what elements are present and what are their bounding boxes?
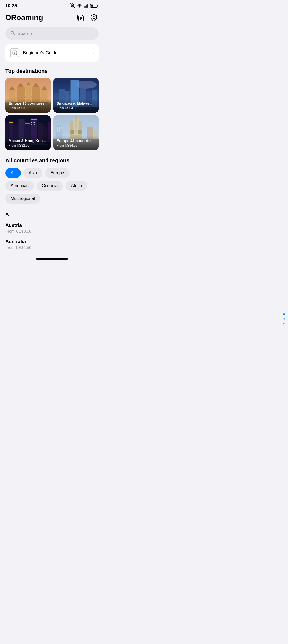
top-destinations-section: Top destinations [0, 68, 104, 158]
svg-text:39: 39 [91, 5, 93, 7]
dest-card-overlay-macao: Macao & Hong Kon... From US$2,90 [5, 136, 51, 150]
dest-card-price-singapore: From US$4,50 [57, 106, 95, 110]
svg-rect-7 [87, 4, 88, 8]
svg-rect-13 [79, 16, 83, 21]
all-countries-title: All countries and regions [5, 158, 99, 164]
calendar-icon [77, 14, 84, 21]
svg-rect-91 [61, 127, 62, 129]
settings-icon-button[interactable] [89, 13, 99, 22]
dest-card-overlay-europe-41: Europe 41 countries From US$4,50 [53, 136, 99, 150]
svg-rect-92 [57, 129, 58, 132]
search-placeholder: Search [18, 31, 32, 36]
svg-rect-93 [59, 129, 60, 132]
svg-point-17 [93, 17, 95, 19]
status-time: 10:25 [5, 3, 17, 9]
settings-icon [90, 14, 98, 21]
search-container: Search [0, 26, 104, 44]
destination-card-macao[interactable]: Macao & Hong Kon... From US$2,90 [5, 115, 51, 150]
destination-card-europe-36[interactable]: Europe 36 countries From US$3,00 [5, 78, 51, 113]
search-bar[interactable]: Search [5, 27, 99, 40]
svg-rect-69 [31, 122, 32, 123]
country-name-austria: Austria [5, 223, 99, 228]
filter-pill-africa[interactable]: Africa [66, 181, 87, 191]
calendar-icon-button[interactable] [76, 13, 85, 22]
svg-rect-84 [78, 130, 82, 134]
dest-card-price-europe-41: From US$4,50 [57, 144, 95, 147]
svg-rect-73 [34, 124, 35, 125]
guide-left: Beginner's Guide [10, 48, 58, 57]
dest-card-overlay-europe-36: Europe 36 countries From US$3,00 [5, 99, 51, 113]
header-action-icons [76, 13, 99, 22]
battery-icon: 39 [90, 4, 99, 8]
svg-rect-66 [19, 125, 20, 125]
svg-rect-64 [25, 123, 30, 124]
filter-pill-europe[interactable]: Europe [45, 168, 70, 178]
svg-rect-71 [34, 122, 35, 123]
home-indicator [36, 258, 68, 260]
dest-card-title-europe-36: Europe 36 countries [9, 101, 47, 106]
destinations-grid: Europe 36 countries From US$3,00 [0, 78, 104, 158]
status-icons: 39 [70, 3, 99, 8]
country-item-austria[interactable]: Austria From US$3,50 [0, 220, 104, 236]
guide-chevron-icon: › [92, 50, 94, 56]
svg-line-19 [13, 34, 14, 35]
svg-rect-6 [86, 5, 87, 8]
top-destinations-title: Top destinations [0, 68, 104, 78]
dest-card-price-europe-36: From US$3,00 [9, 106, 47, 110]
svg-rect-4 [84, 6, 85, 8]
dest-card-title-macao: Macao & Hong Kon... [9, 139, 47, 143]
svg-rect-68 [22, 125, 23, 125]
section-letter-a: A [0, 207, 104, 220]
app-title: ORoaming [5, 13, 43, 22]
dest-card-price-macao: From US$2,90 [9, 144, 47, 147]
svg-rect-63 [31, 119, 37, 120]
svg-rect-67 [21, 125, 22, 125]
svg-rect-70 [33, 122, 34, 123]
beginners-guide-card[interactable]: Beginner's Guide › [5, 44, 99, 62]
dest-card-overlay-singapore: Singapore, Malaysi... From US$4,50 [53, 99, 99, 113]
svg-rect-72 [31, 124, 32, 125]
svg-rect-82 [76, 115, 77, 121]
header: ORoaming [0, 10, 104, 26]
svg-rect-9 [98, 5, 98, 6]
country-price-austria: From US$3,50 [5, 229, 99, 233]
country-item-australia[interactable]: Australia From US$1,50 [0, 236, 104, 252]
guide-info-icon [10, 48, 19, 57]
svg-rect-83 [71, 130, 74, 134]
svg-rect-90 [59, 127, 60, 129]
svg-rect-89 [57, 127, 58, 129]
destination-card-europe-41[interactable]: Europe 41 countries From US$4,50 [53, 115, 99, 150]
search-icon [10, 30, 15, 37]
svg-rect-65 [9, 122, 13, 123]
dest-card-title-singapore: Singapore, Malaysi... [57, 101, 95, 106]
wifi-icon [77, 3, 82, 8]
svg-rect-5 [85, 6, 86, 8]
signal-icon [84, 4, 89, 8]
svg-rect-62 [19, 121, 24, 121]
filter-pill-multiregional[interactable]: Multiregional [5, 194, 40, 204]
filter-pill-americas[interactable]: Americas [5, 181, 34, 191]
guide-label: Beginner's Guide [23, 50, 58, 56]
country-name-australia: Australia [5, 239, 99, 245]
mute-icon [70, 3, 75, 8]
filter-pill-all[interactable]: All [5, 168, 21, 178]
all-countries-section: All countries and regions All Asia Europ… [0, 158, 104, 204]
destination-card-singapore[interactable]: Singapore, Malaysi... From US$4,50 [53, 78, 99, 113]
filter-pills: All Asia Europe Americas Oceania Africa … [5, 168, 99, 204]
dest-card-title-europe-41: Europe 41 countries [57, 139, 95, 143]
bottom-area [0, 252, 104, 263]
filter-pill-asia[interactable]: Asia [23, 168, 42, 178]
filter-pill-oceania[interactable]: Oceania [37, 181, 63, 191]
country-price-australia: From US$1,50 [5, 245, 99, 250]
status-bar: 10:25 39 [0, 0, 104, 10]
